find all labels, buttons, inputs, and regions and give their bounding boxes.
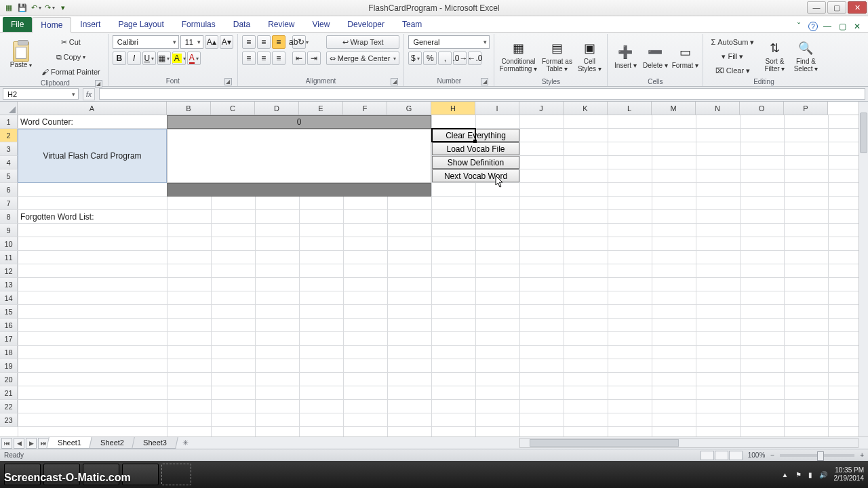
zoom-slider[interactable] (780, 454, 854, 457)
row-header-17[interactable]: 17 (0, 332, 18, 346)
help-icon[interactable]: ? (808, 22, 818, 31)
normal-view-button[interactable] (701, 451, 714, 460)
workbook-minimize-icon[interactable]: — (822, 21, 833, 32)
find-select-button[interactable]: 🔍 Find & Select ▾ (791, 35, 820, 77)
align-left-button[interactable]: ≡ (242, 52, 256, 65)
close-button[interactable]: ✕ (848, 1, 867, 14)
cell-a8[interactable]: Forgotten Word List: (18, 210, 167, 224)
row-header-18[interactable]: 18 (0, 346, 18, 359)
row-header-23[interactable]: 23 (0, 413, 18, 427)
cut-button[interactable]: ✂Cut (38, 35, 104, 49)
conditional-formatting-button[interactable]: ▦ Conditional Formatting ▾ (498, 35, 538, 77)
tray-clock[interactable]: 10:35 PM2/19/2014 (834, 466, 865, 483)
underline-button[interactable]: U (142, 52, 156, 65)
font-size-combo[interactable]: 11 (180, 35, 203, 49)
col-header-m[interactable]: M (652, 102, 696, 115)
taskbar-app-4[interactable] (122, 464, 159, 485)
row-header-12[interactable]: 12 (0, 264, 18, 278)
sheet-tab-1[interactable]: Sheet1 (46, 437, 92, 449)
workbook-restore-icon[interactable]: ▢ (837, 21, 848, 32)
col-header-d[interactable]: D (255, 102, 299, 115)
tray-action-center-icon[interactable]: ⚑ (795, 471, 802, 479)
system-tray[interactable]: ▲ ⚑ ▮ 🔊 10:35 PM2/19/2014 (782, 466, 864, 483)
col-header-o[interactable]: O (740, 102, 784, 115)
align-center-button[interactable]: ≡ (257, 52, 271, 65)
workbook-close-icon[interactable]: ✕ (852, 21, 863, 32)
zoom-in-button[interactable]: + (860, 451, 864, 459)
undo-button[interactable]: ↶ (30, 2, 42, 14)
row-header-7[interactable]: 7 (0, 197, 18, 210)
tab-home[interactable]: Home (32, 17, 71, 33)
decrease-decimal-button[interactable]: ←.0 (468, 52, 481, 65)
col-header-g[interactable]: G (387, 102, 431, 115)
sheet-nav-next[interactable]: ▶ (26, 438, 37, 449)
merged-b6-g6[interactable] (167, 183, 431, 197)
font-dialog-launcher[interactable]: ◢ (224, 78, 232, 85)
col-header-k[interactable]: K (564, 102, 608, 115)
col-header-c[interactable]: C (211, 102, 255, 115)
zoom-out-button[interactable]: − (770, 451, 774, 459)
col-header-a[interactable]: A (18, 102, 167, 115)
tab-page-layout[interactable]: Page Layout (109, 16, 172, 32)
row-header-6[interactable]: 6 (0, 183, 18, 197)
col-header-n[interactable]: N (696, 102, 740, 115)
cell-a1[interactable]: Word Counter: (18, 115, 167, 129)
load-vocab-file-button[interactable]: Load Vocab File (432, 142, 519, 155)
tab-formulas[interactable]: Formulas (173, 16, 224, 32)
save-icon[interactable]: 💾 (16, 2, 28, 14)
increase-font-button[interactable]: A▴ (205, 35, 218, 49)
row-header-4[interactable]: 4 (0, 156, 18, 169)
fill-button[interactable]: ▾Fill ▾ (707, 49, 757, 63)
merged-b1-g1[interactable]: 0 (167, 115, 431, 129)
paste-button[interactable]: Paste ▾ (7, 35, 35, 77)
sort-filter-button[interactable]: ⇅ Sort & Filter ▾ (760, 35, 789, 77)
row-header-1[interactable]: 1 (0, 115, 18, 129)
merge-center-button[interactable]: ⇔Merge & Center (326, 52, 400, 65)
zoom-level[interactable]: 100% (748, 451, 766, 459)
tab-review[interactable]: Review (259, 16, 303, 32)
col-header-e[interactable]: E (299, 102, 343, 115)
format-as-table-button[interactable]: ▤ Format as Table ▾ (540, 35, 573, 77)
format-cells-button[interactable]: ▭ Format ▾ (671, 35, 698, 77)
align-top-button[interactable]: ≡ (242, 35, 256, 49)
align-bottom-button[interactable]: ≡ (272, 35, 285, 49)
formula-input[interactable] (99, 88, 865, 100)
tray-network-icon[interactable]: ▮ (808, 471, 812, 479)
show-definition-button[interactable]: Show Definition (432, 156, 519, 169)
col-header-j[interactable]: J (519, 102, 564, 115)
cell-styles-button[interactable]: ▣ Cell Styles ▾ (576, 35, 603, 77)
sheet-tab-3[interactable]: Sheet3 (132, 437, 178, 449)
row-header-8[interactable]: 8 (0, 210, 18, 224)
tab-team[interactable]: Team (393, 16, 431, 32)
merged-a2-a5[interactable]: Virtual Flash Card Program (18, 129, 167, 183)
tab-developer[interactable]: Developer (338, 16, 393, 32)
ribbon-minimize-icon[interactable]: ˇ (793, 21, 804, 32)
merged-b2-g5[interactable] (167, 129, 431, 183)
fill-color-button[interactable]: A (172, 52, 186, 65)
number-dialog-launcher[interactable]: ◢ (481, 78, 488, 85)
bold-button[interactable]: B (113, 52, 126, 65)
qat-customize-icon[interactable]: ▾ (57, 2, 69, 14)
row-header-20[interactable]: 20 (0, 373, 18, 386)
worksheet-grid[interactable]: A B C D E F G H I J K L M N O P // inlin… (0, 102, 868, 436)
sheet-nav-first[interactable]: ⏮ (1, 438, 12, 449)
select-all-button[interactable] (0, 102, 18, 115)
row-header-22[interactable]: 22 (0, 400, 18, 413)
tray-caret-icon[interactable]: ▲ (782, 471, 789, 479)
taskbar-recording-indicator[interactable] (161, 464, 191, 485)
taskbar-app-1[interactable] (4, 464, 41, 485)
clear-everything-button[interactable]: Clear Everything (432, 129, 519, 142)
row-header-3[interactable]: 3 (0, 142, 18, 156)
row-header-15[interactable]: 15 (0, 305, 18, 319)
decrease-font-button[interactable]: A▾ (220, 35, 233, 49)
clear-button[interactable]: ⌧Clear ▾ (707, 64, 757, 77)
taskbar-app-3[interactable] (83, 464, 119, 485)
redo-button[interactable]: ↷ (43, 2, 56, 14)
taskbar-app-2[interactable] (43, 464, 80, 485)
tray-volume-icon[interactable]: 🔊 (819, 471, 827, 479)
tab-data[interactable]: Data (224, 16, 259, 32)
alignment-dialog-launcher[interactable]: ◢ (391, 78, 398, 85)
vertical-scrollbar[interactable] (859, 102, 868, 436)
row-header-16[interactable]: 16 (0, 319, 18, 332)
font-color-button[interactable]: A (187, 52, 201, 65)
